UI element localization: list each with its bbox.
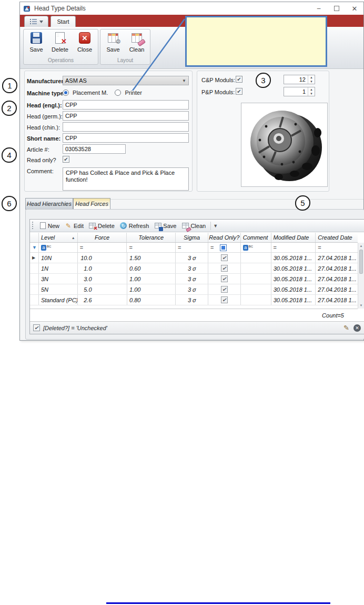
pp-moduls-spinner[interactable]: 1 ▲▼ bbox=[284, 87, 315, 96]
spinner-arrows[interactable]: ▲▼ bbox=[308, 75, 315, 84]
cell-readonly[interactable]: ✔ bbox=[208, 295, 241, 305]
table-row[interactable]: 5N 5.0 1.00 3 σ ✔ 30.05.2018 1... 27.04.… bbox=[30, 284, 358, 295]
cell-comment[interactable] bbox=[241, 295, 271, 305]
cell-created[interactable]: 27.04.2018 1... bbox=[316, 295, 358, 305]
cell-created[interactable]: 27.04.2018 1... bbox=[316, 284, 358, 294]
head-engl-input[interactable]: CPP bbox=[63, 100, 189, 110]
cell-level[interactable]: Standard (PC) bbox=[39, 295, 78, 305]
filter-checkbox-icon[interactable] bbox=[220, 244, 227, 251]
cell-created[interactable]: 27.04.2018 1... bbox=[316, 263, 358, 273]
cell-tolerance[interactable]: 1.00 bbox=[127, 284, 176, 294]
scroll-down-icon[interactable]: ▼ bbox=[358, 302, 364, 309]
close-button[interactable]: ✕ bbox=[346, 2, 363, 15]
comment-textarea[interactable]: CPP has Collect & Place and Pick & Place… bbox=[63, 167, 189, 191]
column-header-created[interactable]: Created Date bbox=[316, 233, 358, 242]
short-name-input[interactable]: CPP bbox=[63, 133, 189, 143]
pp-moduls-checkbox[interactable]: ✔ bbox=[236, 88, 242, 95]
filter-enabled-checkbox[interactable]: ✔ bbox=[33, 324, 40, 331]
new-button[interactable]: New bbox=[36, 221, 62, 231]
delete-row-button[interactable]: ✕Delete bbox=[86, 221, 117, 231]
spin-up-icon[interactable]: ▲ bbox=[308, 75, 315, 80]
head-germ-input[interactable]: CPP bbox=[63, 111, 189, 121]
cell-tolerance[interactable]: 1.00 bbox=[127, 274, 176, 284]
cell-force[interactable]: 2.6 bbox=[78, 295, 127, 305]
cell-tolerance[interactable]: 0.80 bbox=[127, 295, 176, 305]
close-filter-icon[interactable]: ✕ bbox=[353, 324, 361, 332]
article-input[interactable]: 03053528 bbox=[63, 144, 126, 154]
filter-expression[interactable]: [Deleted?] = 'Unchecked' bbox=[43, 325, 107, 331]
cell-level[interactable]: 3N bbox=[39, 274, 78, 284]
manufacturer-combobox[interactable]: ASM AS ▼ bbox=[63, 76, 189, 85]
toolbar-overflow-button[interactable]: ▼ bbox=[210, 222, 220, 230]
spin-down-icon[interactable]: ▼ bbox=[308, 80, 315, 84]
cell-level[interactable]: 10N bbox=[39, 253, 78, 263]
column-header-readonly[interactable]: Read Only? bbox=[208, 233, 241, 242]
edit-button[interactable]: ✎Edit bbox=[62, 221, 86, 231]
cell-created[interactable]: 27.04.2018 1... bbox=[316, 253, 358, 263]
filter-comment-cell[interactable]: aBC bbox=[241, 243, 271, 252]
column-header-modified[interactable]: Modified Date bbox=[271, 233, 316, 242]
maximize-button[interactable] bbox=[328, 2, 346, 15]
filter-tolerance-cell[interactable]: = bbox=[127, 243, 176, 252]
delete-button[interactable]: ––––✕ Delete bbox=[49, 31, 71, 56]
cell-comment[interactable] bbox=[241, 263, 271, 273]
cell-modified[interactable]: 30.05.2018 1... bbox=[271, 263, 316, 273]
table-row[interactable]: 1N 1.0 0.60 3 σ ✔ 30.05.2018 1... 27.04.… bbox=[30, 263, 358, 274]
table-row[interactable]: ▶ 10N 10.0 1.50 3 σ ✔ 30.05.2018 1... 27… bbox=[30, 253, 358, 263]
column-header-tolerance[interactable]: Tolerance bbox=[127, 233, 176, 242]
cell-sigma[interactable]: 3 σ bbox=[176, 253, 208, 263]
vertical-scrollbar[interactable]: ▲ ▼ bbox=[358, 243, 364, 309]
filter-force-cell[interactable]: = bbox=[78, 243, 127, 252]
cell-comment[interactable] bbox=[241, 253, 271, 263]
tab-head-hierarchies[interactable]: Head Hierarchies bbox=[25, 198, 73, 210]
column-header-sigma[interactable]: Sigma bbox=[176, 233, 208, 242]
save-button[interactable]: Save bbox=[25, 31, 47, 56]
grid-clean-button[interactable]: Clean bbox=[179, 221, 208, 231]
layout-save-button[interactable]: ⚙ Save bbox=[102, 31, 124, 56]
toolbar-grip[interactable] bbox=[32, 222, 34, 230]
edit-filter-icon[interactable]: ✎ bbox=[343, 324, 349, 332]
cell-level[interactable]: 1N bbox=[39, 263, 78, 273]
app-menu-button[interactable] bbox=[24, 16, 48, 27]
column-header-force[interactable]: Force bbox=[78, 233, 127, 242]
cell-modified[interactable]: 30.05.2018 1... bbox=[271, 284, 316, 294]
cell-readonly[interactable]: ✔ bbox=[208, 274, 241, 284]
cell-created[interactable]: 27.04.2018 1... bbox=[316, 274, 358, 284]
read-only-checkbox[interactable]: ✔ bbox=[63, 156, 69, 163]
cell-readonly[interactable]: ✔ bbox=[208, 253, 241, 263]
column-header-comment[interactable]: Comment bbox=[241, 233, 271, 242]
cell-level[interactable]: 5N bbox=[39, 284, 78, 294]
grid-save-button[interactable]: Save bbox=[151, 221, 179, 231]
table-row[interactable]: 3N 3.0 1.00 3 σ ✔ 30.05.2018 1... 27.04.… bbox=[30, 274, 358, 284]
cell-modified[interactable]: 30.05.2018 1... bbox=[271, 295, 316, 305]
cp-moduls-spinner[interactable]: 12 ▲▼ bbox=[284, 75, 315, 84]
filter-created-cell[interactable]: = bbox=[316, 243, 358, 252]
radio-placement-machine[interactable] bbox=[63, 90, 69, 96]
cell-force[interactable]: 5.0 bbox=[78, 284, 127, 294]
table-row[interactable]: Standard (PC) 2.6 0.80 3 σ ✔ 30.05.2018 … bbox=[30, 295, 358, 305]
cell-comment[interactable] bbox=[241, 274, 271, 284]
spinner-arrows[interactable]: ▲▼ bbox=[308, 87, 315, 96]
cp-moduls-checkbox[interactable]: ✔ bbox=[236, 76, 242, 83]
cell-force[interactable]: 3.0 bbox=[78, 274, 127, 284]
cell-force[interactable]: 1.0 bbox=[78, 263, 127, 273]
filter-level-cell[interactable]: aBC bbox=[39, 243, 78, 252]
spin-up-icon[interactable]: ▲ bbox=[308, 87, 315, 92]
filter-modified-cell[interactable]: = bbox=[271, 243, 316, 252]
spin-down-icon[interactable]: ▼ bbox=[308, 92, 315, 96]
layout-clean-button[interactable]: Clean bbox=[126, 31, 148, 56]
filter-funnel-cell[interactable]: ▼ bbox=[30, 243, 39, 252]
tab-head-forces[interactable]: Head Forces bbox=[73, 198, 110, 210]
cell-readonly[interactable]: ✔ bbox=[208, 284, 241, 294]
filter-sigma-cell[interactable]: = bbox=[176, 243, 208, 252]
filter-readonly-cell[interactable]: = bbox=[208, 243, 241, 252]
cell-sigma[interactable]: 3 σ bbox=[176, 274, 208, 284]
radio-printer[interactable] bbox=[115, 90, 121, 96]
cell-modified[interactable]: 30.05.2018 1... bbox=[271, 253, 316, 263]
cell-comment[interactable] bbox=[241, 284, 271, 294]
column-header-level[interactable]: Level▲ bbox=[39, 233, 78, 242]
close-ribbon-button[interactable]: ✕ Close bbox=[74, 31, 96, 56]
cell-tolerance[interactable]: 1.50 bbox=[127, 253, 176, 263]
minimize-button[interactable]: – bbox=[310, 2, 328, 15]
head-chin-input[interactable] bbox=[63, 122, 189, 132]
